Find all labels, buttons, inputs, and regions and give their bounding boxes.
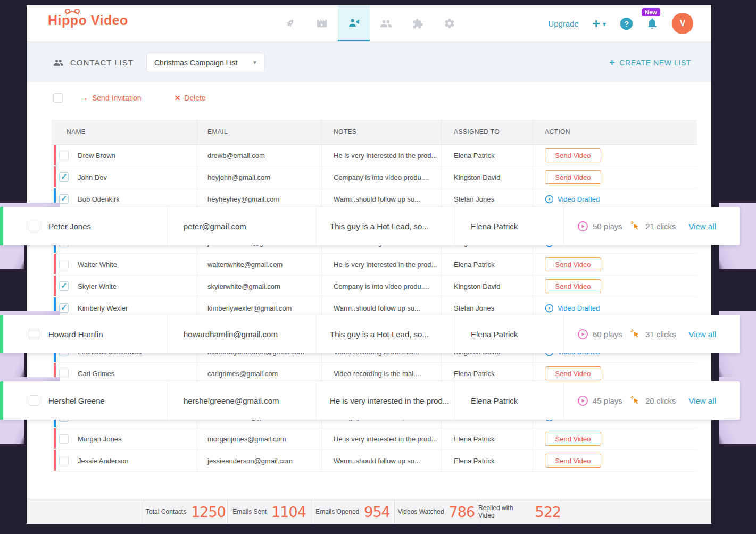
assigned-to: Kingston David [454, 173, 500, 181]
table-body: Drew Brown drewb@email.com He is very in… [52, 145, 697, 472]
assigned-to: Elena Patrick [471, 330, 518, 339]
table-row: Skyler White skylerwhite@gmail.com Compa… [52, 276, 697, 297]
delete-button[interactable]: ✕ Delete [175, 94, 206, 102]
contact-email: jessieanderson@gmail.com [207, 457, 293, 465]
stat-value: 786 [449, 504, 475, 520]
row-checkbox[interactable] [59, 281, 69, 291]
row-checkbox[interactable] [29, 329, 39, 339]
contact-email: hershelgreene@gmail.com [184, 396, 279, 405]
contact-email: howardhamlin@gmail.com [184, 330, 278, 339]
assigned-to: Elena Patrick [454, 152, 495, 160]
help-icon[interactable]: ? [620, 18, 633, 30]
video-drafted-label: Video Drafted [558, 195, 600, 203]
stat-value: 522 [535, 504, 561, 520]
highlighted-contact-row: Peter Jones peter@gmail.com This guy is … [0, 207, 740, 245]
contact-name: Morgan Jones [78, 435, 121, 443]
column-header-notes: NOTES [322, 120, 442, 144]
clicks-count-icon [630, 329, 641, 340]
stat-value: 954 [364, 504, 390, 520]
tab-videos-film-icon[interactable] [306, 5, 338, 41]
plays-count: 45 plays [593, 396, 622, 405]
send-video-button[interactable]: Send Video [545, 279, 601, 293]
create-new-list-button[interactable]: + CREATE NEW LIST [609, 42, 691, 83]
footer-stat: Replied with Video 522 [478, 499, 561, 524]
hippo-video-logo[interactable]: Hippo Video [48, 13, 128, 28]
row-status-bar [54, 145, 56, 165]
quick-add-button[interactable]: +▼ [592, 16, 607, 30]
send-invitation-button[interactable]: → Send Invitation [80, 93, 142, 103]
select-all-checkbox[interactable] [53, 93, 63, 103]
video-drafted-link[interactable]: Video Drafted [545, 304, 600, 313]
send-video-button[interactable]: Send Video [545, 454, 601, 468]
row-checkbox[interactable] [59, 172, 69, 182]
stat-value: 1250 [191, 504, 226, 520]
selected-list-name: Christmas Campaign List [154, 59, 237, 67]
contact-notes: He is very interested in the prod... [334, 435, 437, 443]
row-checkbox[interactable] [59, 151, 69, 160]
page-background: { "header": { "logo": "Hippo Video", "up… [0, 0, 756, 534]
contact-notes: This guy is a Hot Lead, so... [330, 330, 429, 339]
row-checkbox[interactable] [29, 395, 39, 406]
tab-campaigns-rocket-icon[interactable] [274, 5, 306, 41]
contact-name: Bob Odenkirk [78, 195, 120, 203]
contact-email: drewb@email.com [207, 152, 265, 160]
assigned-to: Elena Patrick [454, 435, 495, 443]
assigned-to: Elena Patrick [454, 261, 495, 269]
upgrade-link[interactable]: Upgrade [548, 19, 579, 28]
contact-name: Howard Hamlin [48, 330, 103, 339]
contact-email: waltertwhite@gmail.com [207, 261, 283, 269]
row-checkbox[interactable] [59, 369, 69, 378]
view-all-link[interactable]: View all [688, 396, 716, 405]
footer-stat: Total Contacts 1250 [144, 499, 227, 524]
list-selector-dropdown[interactable]: Christmas Campaign List ▼ [146, 53, 264, 72]
user-avatar[interactable]: V [672, 13, 693, 34]
clicks-count-icon [630, 221, 641, 232]
table-row: Jessie Anderson jessieanderson@gmail.com… [52, 450, 697, 472]
row-checkbox[interactable] [59, 194, 69, 204]
row-checkbox[interactable] [59, 456, 69, 465]
send-video-button[interactable]: Send Video [545, 148, 601, 162]
send-video-button[interactable]: Send Video [545, 366, 601, 380]
send-video-button[interactable]: Send Video [545, 432, 601, 446]
row-checkbox[interactable] [29, 221, 39, 231]
header-right-cluster: Upgrade +▼ ? New V [548, 5, 693, 41]
send-video-button[interactable]: Send Video [545, 257, 601, 271]
row-status-bar [54, 254, 56, 274]
caret-down-icon: ▼ [252, 60, 257, 65]
row-checkbox[interactable] [59, 303, 69, 313]
footer-stat: Emails Opened 954 [311, 499, 394, 524]
main-nav-tabs [274, 5, 466, 41]
stat-label: Videos Watched [398, 508, 444, 515]
new-badge: New [642, 8, 660, 16]
tab-settings-gear-icon[interactable] [434, 5, 466, 41]
contact-notes: Warm..should follow up so... [334, 457, 420, 465]
stat-label: Total Contacts [146, 508, 186, 515]
contact-email: peter@gmail.com [184, 222, 246, 231]
app-window: Hippo Video [27, 5, 711, 524]
create-new-list-label: CREATE NEW LIST [619, 59, 691, 67]
contact-notes: Warm..should follow up so... [334, 195, 420, 203]
video-drafted-link[interactable]: Video Drafted [545, 195, 600, 204]
contact-email: morganjones@gmail.com [207, 435, 286, 443]
bulk-actions-toolbar: → Send Invitation ✕ Delete [53, 93, 206, 103]
x-icon: ✕ [175, 94, 181, 102]
send-video-button[interactable]: Send Video [545, 170, 601, 184]
footer-stat: Emails Sent 1104 [227, 499, 311, 524]
notifications-bell-icon[interactable]: New [646, 17, 659, 30]
row-checkbox[interactable] [59, 434, 69, 444]
logo-text: Hippo Video [48, 13, 128, 28]
contact-name: Drew Brown [78, 152, 115, 160]
view-all-link[interactable]: View all [688, 222, 716, 231]
tab-integrations-puzzle-icon[interactable] [402, 5, 434, 41]
stat-value: 1104 [271, 504, 306, 520]
tab-teams-users-icon[interactable] [370, 5, 402, 41]
tab-contacts-video-icon[interactable] [338, 5, 370, 41]
stat-label: Emails Sent [232, 508, 267, 515]
row-checkbox[interactable] [59, 260, 69, 269]
contact-name: Walter White [78, 261, 117, 269]
view-all-link[interactable]: View all [688, 330, 716, 339]
assigned-to: Elena Patrick [471, 396, 518, 405]
contacts-icon [53, 57, 64, 68]
assigned-to: Elena Patrick [454, 457, 495, 465]
column-header-action: ACTION [533, 120, 697, 144]
